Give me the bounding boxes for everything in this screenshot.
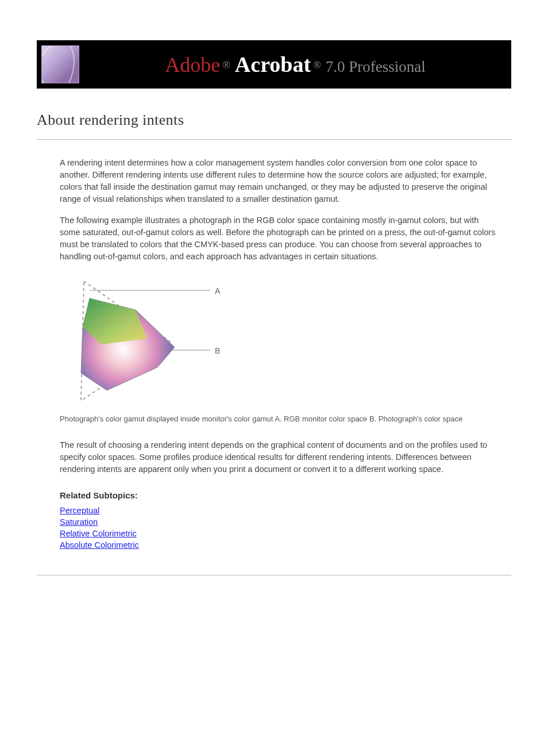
paragraph: A rendering intent determines how a colo… <box>60 157 500 205</box>
product-banner: Adobe® Acrobat® 7.0 Professional <box>37 40 511 89</box>
paragraph: The following example illustrates a phot… <box>60 214 500 263</box>
subtopic-link-perceptual[interactable]: Perceptual <box>60 506 99 515</box>
banner-title: Adobe® Acrobat® 7.0 Professional <box>79 52 511 77</box>
product-version: 7.0 Professional <box>326 58 426 75</box>
subtopics-heading: Related Subtopics: <box>60 490 511 500</box>
paragraph: The result of choosing a rendering inten… <box>60 439 500 475</box>
diagram-label-b: B <box>215 346 220 355</box>
body-text-block: A rendering intent determines how a colo… <box>60 157 500 263</box>
acrobat-logo-icon <box>41 45 79 83</box>
diagram-label-a: A <box>215 286 220 296</box>
document-page: Adobe® Acrobat® 7.0 Professional About r… <box>0 0 548 575</box>
subtopic-link-relative-colorimetric[interactable]: Relative Colorimetric <box>60 529 137 538</box>
related-subtopics: Related Subtopics: Perceptual Saturation… <box>60 490 511 550</box>
brand-adobe: Adobe <box>165 53 220 76</box>
registered-mark-icon: ® <box>222 59 230 71</box>
subtopic-link-saturation[interactable]: Saturation <box>60 517 98 527</box>
subtopic-link-absolute-colorimetric[interactable]: Absolute Colorimetric <box>60 540 139 550</box>
footer-divider <box>37 575 511 575</box>
diagram-caption: Photograph's color gamut displayed insid… <box>60 415 511 423</box>
color-gamut-diagram: A B <box>72 275 245 408</box>
page-title: About rendering intents <box>37 112 511 129</box>
brand-acrobat: Acrobat <box>235 52 311 76</box>
body-text-block: The result of choosing a rendering inten… <box>60 439 500 475</box>
title-divider <box>37 139 511 140</box>
registered-mark-icon: ® <box>313 59 321 71</box>
